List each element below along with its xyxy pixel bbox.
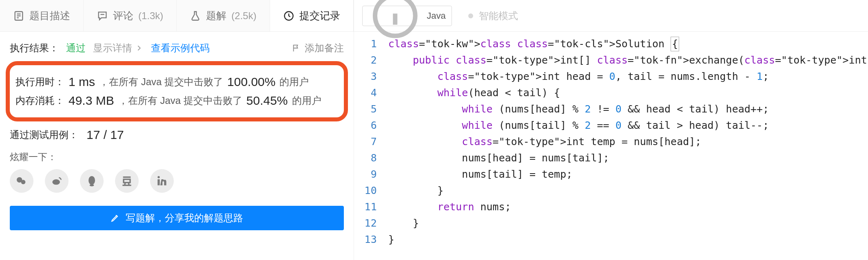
douban-icon[interactable] (115, 169, 139, 193)
stat-tail: 的用户 (292, 94, 321, 107)
stat-text: ，在所有 Java 提交中击败了 (118, 94, 242, 107)
svg-point-7 (21, 180, 26, 184)
share-icons (10, 169, 344, 193)
stat-value: 1 ms (69, 75, 95, 89)
cases-value: 17 / 17 (86, 128, 124, 142)
svg-point-8 (52, 179, 60, 185)
tab-comments[interactable]: 评论 (1.3k) (84, 0, 177, 31)
tab-label: 提交记录 (299, 9, 340, 22)
chevron-down-icon (438, 12, 447, 20)
history-icon (283, 10, 294, 22)
show-detail-link[interactable]: 显示详情 (93, 42, 144, 55)
code-content[interactable]: class="tok-kw">class class="tok-cls">Sol… (383, 32, 868, 260)
stat-text: ，在所有 Java 提交中击败了 (99, 75, 223, 88)
tab-label: 评论 (113, 9, 133, 22)
left-pane: 题目描述 评论 (1.3k) 题解 (2.5k) 提交记录 执行结果： 通过 显… (0, 0, 354, 260)
stat-label: 执行用时： (16, 75, 64, 88)
qq-icon[interactable] (80, 169, 104, 193)
stat-pct: 50.45% (246, 94, 288, 108)
tab-label: 题解 (206, 9, 226, 22)
tab-submissions[interactable]: 提交记录 (270, 0, 354, 31)
svg-point-17 (157, 176, 159, 178)
comment-icon (97, 10, 108, 22)
svg-rect-12 (124, 179, 130, 183)
cases-label: 通过测试用例： (10, 128, 78, 141)
stat-value: 49.3 MB (69, 94, 114, 108)
svg-point-9 (89, 176, 95, 185)
tab-solutions[interactable]: 题解 (2.5k) (177, 0, 270, 31)
wechat-icon[interactable] (10, 169, 33, 193)
tab-label: 题目描述 (29, 9, 70, 22)
line-gutter: 12345678910111213 (354, 32, 383, 260)
code-editor[interactable]: 12345678910111213 class="tok-kw">class c… (354, 32, 868, 260)
svg-point-10 (90, 184, 94, 186)
result-label: 执行结果： (10, 42, 59, 55)
tab-count: (2.5k) (231, 10, 256, 22)
smart-mode-label: 智能模式 (479, 9, 518, 22)
svg-line-15 (128, 183, 129, 185)
view-sample-link[interactable]: 查看示例代码 (151, 42, 210, 55)
pencil-icon (110, 213, 120, 223)
tab-bar: 题目描述 评论 (1.3k) 题解 (2.5k) 提交记录 (0, 0, 354, 32)
smart-mode-toggle[interactable]: 智能模式 (468, 9, 518, 22)
write-solution-label: 写题解，分享我的解题思路 (126, 212, 243, 225)
chevron-right-icon (135, 44, 144, 53)
language-select[interactable]: Java (362, 6, 452, 26)
info-icon (368, 0, 422, 42)
stat-mem-line: 内存消耗： 49.3 MB ，在所有 Java 提交中击败了 50.45% 的用… (16, 91, 338, 110)
add-note-link[interactable]: 添加备注 (292, 42, 344, 55)
result-status: 通过 (66, 42, 86, 55)
result-bar: 执行结果： 通过 显示详情 查看示例代码 添加备注 (0, 32, 354, 59)
flag-icon (292, 44, 301, 53)
stat-label: 内存消耗： (16, 94, 64, 107)
document-icon (13, 10, 24, 22)
share-label: 炫耀一下： (10, 151, 344, 163)
linkedin-icon[interactable] (150, 169, 174, 193)
status-dot-icon (468, 13, 473, 18)
share-section: 炫耀一下： (0, 143, 354, 194)
stat-tail: 的用户 (279, 75, 309, 88)
svg-rect-16 (157, 179, 159, 185)
weibo-icon[interactable] (45, 169, 69, 193)
stat-pct: 100.00% (227, 75, 275, 89)
right-pane: Java 智能模式 12345678910111213 class="tok-k… (354, 0, 868, 260)
flask-icon (190, 10, 201, 22)
tab-description[interactable]: 题目描述 (0, 0, 84, 31)
svg-line-14 (125, 183, 125, 185)
tab-count: (1.3k) (138, 10, 163, 22)
write-solution-button[interactable]: 写题解，分享我的解题思路 (10, 206, 344, 230)
editor-toolbar: Java 智能模式 (354, 0, 868, 32)
stats-highlight-box: 执行用时： 1 ms ，在所有 Java 提交中击败了 100.00% 的用户 … (6, 61, 348, 121)
stat-time-line: 执行用时： 1 ms ，在所有 Java 提交中击败了 100.00% 的用户 (16, 73, 338, 91)
test-cases-row: 通过测试用例： 17 / 17 (0, 121, 354, 143)
